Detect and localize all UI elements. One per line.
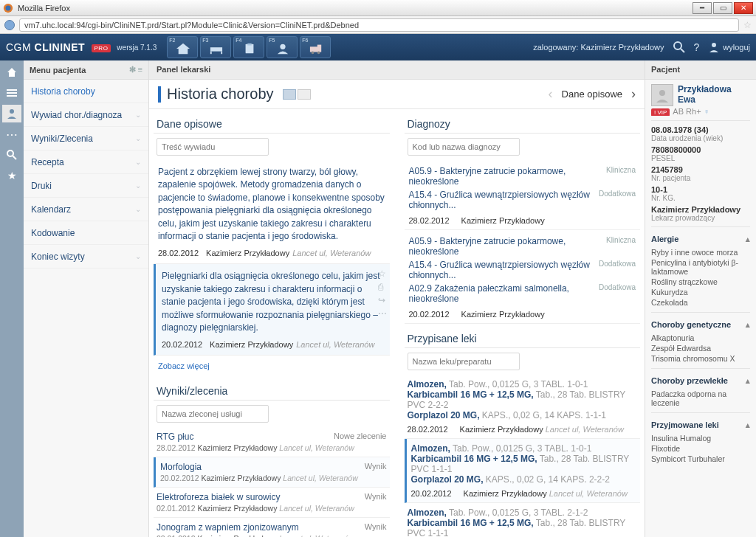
menu-kalendarz[interactable]: Kalendarz⌄ bbox=[24, 198, 148, 221]
url-input[interactable] bbox=[19, 18, 739, 32]
result-row[interactable]: WynikElektroforeza białek w surowicy02.0… bbox=[154, 488, 390, 518]
svg-point-12 bbox=[674, 42, 681, 49]
nav-next[interactable]: › bbox=[631, 86, 636, 102]
brand: CGM CLININET PRO bbox=[6, 41, 111, 53]
svg-point-7 bbox=[281, 44, 286, 49]
menu-header: Menu pacjenta ✻ ≡ bbox=[24, 60, 148, 80]
rail-list[interactable] bbox=[2, 84, 21, 102]
card-leki: Przypisane leki Almozen, Tab. Pow., 0,01… bbox=[405, 328, 641, 537]
med-group[interactable]: Almozen, Tab. Pow., 0,0125 G, 3 TABL. 2-… bbox=[405, 503, 641, 537]
firefox-icon bbox=[3, 3, 13, 13]
menu-wywiad[interactable]: Wywiad chor./diagnoza⌄ bbox=[24, 103, 148, 127]
app-topbar: CGM CLININET PRO wersja 7.1.3 F2 F3 F4 F… bbox=[0, 34, 756, 60]
svg-rect-5 bbox=[246, 44, 254, 54]
pro-badge: PRO bbox=[92, 44, 111, 52]
svg-line-13 bbox=[681, 49, 684, 52]
window-close-button[interactable]: ✕ bbox=[734, 2, 753, 14]
patient-list-item: Penicylina i antybiotyki β-laktamowe bbox=[651, 257, 750, 277]
topicon-ambulance[interactable]: F6 bbox=[300, 36, 331, 58]
bookmark-icon[interactable]: ☆ bbox=[743, 20, 752, 30]
rail-home[interactable] bbox=[2, 63, 21, 81]
filter-dane[interactable] bbox=[157, 138, 269, 156]
panel-header: Panel lekarski bbox=[149, 60, 645, 80]
print-icon[interactable]: ⎙ bbox=[378, 282, 387, 292]
entry-selected[interactable]: Pielęgniarki dla osiągnięcia określonego… bbox=[154, 264, 390, 356]
topicon-clipboard[interactable]: F4 bbox=[233, 36, 264, 58]
svg-point-21 bbox=[659, 90, 665, 96]
svg-rect-9 bbox=[317, 45, 321, 52]
nav-section-label[interactable]: Dane opisowe bbox=[562, 89, 622, 100]
patient-list-item: Symbicort Turbuhaler bbox=[651, 454, 750, 464]
patient-header: Pacjent bbox=[645, 60, 756, 80]
chevron-down-icon: ⌄ bbox=[135, 158, 141, 166]
chevron-down-icon: ⌄ bbox=[135, 205, 141, 213]
topicon-bed[interactable]: F3 bbox=[200, 36, 231, 58]
rail-star[interactable]: ★ bbox=[2, 167, 21, 184]
diag-group[interactable]: A05.9 - Bakteryjne zatrucie pokarmowe, n… bbox=[405, 160, 641, 230]
patient-list-item: Kukurydza bbox=[651, 287, 750, 297]
patient-list-item: Ryby i inne owoce morza bbox=[651, 247, 750, 257]
more-icon[interactable]: ⋯ bbox=[378, 308, 387, 319]
med-group[interactable]: Almozen, Tab. Pow., 0,0125 G, 3 TABL. 1-… bbox=[405, 375, 641, 439]
search-icon[interactable] bbox=[673, 41, 685, 53]
result-row[interactable]: WynikJonogram z wapniem zjonizowanym02.0… bbox=[154, 518, 390, 537]
svg-rect-2 bbox=[210, 47, 222, 51]
window-minimize-button[interactable]: ━ bbox=[693, 2, 712, 14]
med-group[interactable]: Almozen, Tab. Pow., 0,0125 G, 3 TABL. 1-… bbox=[405, 439, 641, 503]
svg-point-14 bbox=[712, 43, 716, 47]
menu-kodowanie[interactable]: Kodowanie bbox=[24, 221, 148, 245]
filter-diag[interactable] bbox=[408, 138, 520, 156]
card-diagnozy: Diagnozy A05.9 - Bakteryjne zatrucie pok… bbox=[405, 114, 641, 324]
topicon-home[interactable]: F2 bbox=[167, 36, 198, 58]
section-leki[interactable]: Przyjmowane leki▴ bbox=[651, 418, 750, 433]
menu-historia[interactable]: Historia choroby bbox=[24, 80, 148, 103]
menu-recepta[interactable]: Recepta⌄ bbox=[24, 150, 148, 174]
svg-rect-6 bbox=[248, 44, 252, 46]
svg-rect-17 bbox=[7, 95, 17, 97]
svg-rect-3 bbox=[210, 52, 212, 55]
rail-patient[interactable] bbox=[2, 105, 21, 122]
logout-link[interactable]: wyloguj bbox=[708, 41, 750, 53]
svg-point-10 bbox=[312, 52, 315, 55]
vip-badge: ! VIP bbox=[651, 108, 670, 116]
topicon-person[interactable]: F5 bbox=[267, 36, 298, 58]
nav-prev[interactable]: ‹ bbox=[549, 86, 553, 102]
star-icon[interactable]: ☆ bbox=[378, 268, 387, 279]
card-title: Dane opisowe bbox=[154, 114, 390, 134]
help-icon[interactable]: ? bbox=[694, 41, 700, 53]
result-row[interactable]: Nowe zlecenieRTG płuc28.02.2012 Kazimier… bbox=[154, 427, 390, 457]
section-gen[interactable]: Choroby genetyczne▴ bbox=[651, 317, 750, 333]
diag-group[interactable]: A05.9 - Bakteryjne zatrucie pokarmowe, n… bbox=[405, 230, 641, 324]
rail-search[interactable] bbox=[2, 146, 21, 164]
show-more-link[interactable]: Zobacz więcej bbox=[154, 356, 390, 376]
svg-rect-16 bbox=[7, 92, 17, 94]
view-grid-button[interactable] bbox=[298, 89, 311, 100]
card-wyniki: Wyniki/zlecenia Nowe zlecenieRTG płuc28.… bbox=[154, 381, 390, 537]
filter-wyniki[interactable] bbox=[157, 405, 269, 423]
patient-list-item: Insulina Humalog bbox=[651, 433, 750, 443]
filter-leki[interactable] bbox=[408, 353, 520, 370]
window-titlebar: Mozilla Firefox ━ ▭ ✕ bbox=[0, 0, 756, 16]
view-list-button[interactable] bbox=[283, 89, 296, 100]
share-icon[interactable]: ↪ bbox=[378, 295, 387, 305]
svg-line-20 bbox=[13, 156, 16, 159]
window-maximize-button[interactable]: ▭ bbox=[713, 2, 732, 14]
svg-rect-4 bbox=[221, 52, 223, 55]
avatar bbox=[651, 84, 673, 106]
section-alergie[interactable]: Alergie▴ bbox=[651, 232, 750, 247]
chevron-down-icon: ⌄ bbox=[135, 181, 141, 190]
rail-more[interactable]: ⋯ bbox=[2, 125, 21, 143]
icon-rail: ⋯ ★ bbox=[0, 60, 24, 537]
patient-list-item: Czekolada bbox=[651, 297, 750, 308]
accent-bar bbox=[158, 86, 161, 103]
sidebar: Menu pacjenta ✻ ≡ Historia choroby Wywia… bbox=[24, 60, 149, 537]
menu-wyniki[interactable]: Wyniki/Zlecenia⌄ bbox=[24, 127, 148, 150]
entry[interactable]: Pacjent z obrzękiem lewej strony twarzy,… bbox=[154, 160, 390, 264]
gear-icon[interactable]: ✻ ≡ bbox=[129, 65, 142, 75]
patient-list-item: Padaczka odporna na leczenie bbox=[651, 389, 750, 408]
section-przew[interactable]: Choroby przewlekłe▴ bbox=[651, 373, 750, 389]
svg-rect-15 bbox=[7, 89, 17, 91]
menu-druki[interactable]: Druki⌄ bbox=[24, 174, 148, 198]
result-row[interactable]: WynikMorfologia20.02.2012 Kazimierz Przy… bbox=[154, 457, 390, 488]
menu-koniec[interactable]: Koniec wizyty⌄ bbox=[24, 245, 148, 268]
